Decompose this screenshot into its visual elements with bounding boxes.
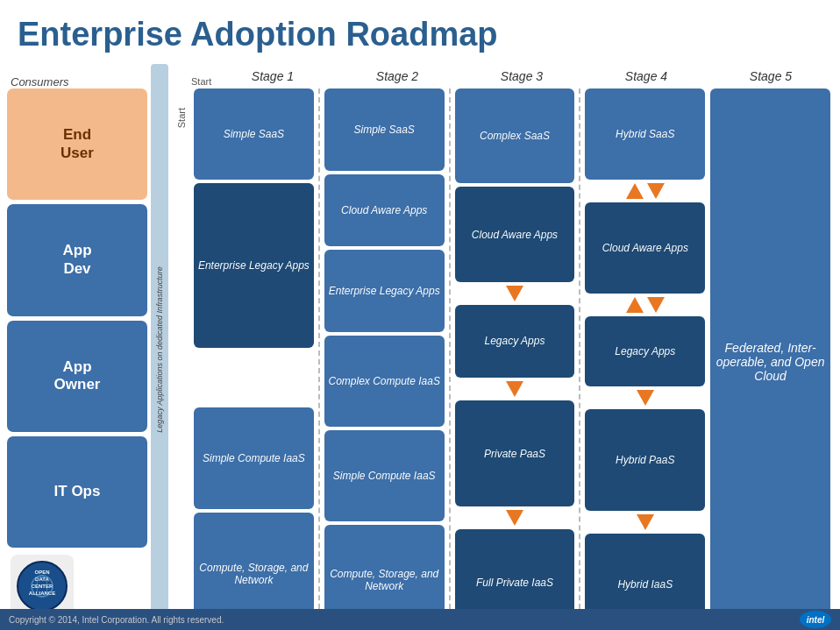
stage3-cell-legacy: Legacy Apps	[455, 305, 575, 378]
svg-marker-8	[506, 381, 523, 397]
stage1-cell-saas: Simple SaaS	[194, 88, 314, 180]
consumers-label: Consumers	[7, 64, 147, 88]
arrow-down-3	[455, 510, 575, 526]
svg-marker-13	[647, 297, 665, 313]
stage1-header: Stage 1	[210, 64, 335, 88]
stage3-cell-private-paas: Private PaaS	[455, 400, 575, 506]
odca-logo: OPEN DATA CENTER ALLIANCE	[11, 555, 74, 618]
stage2-col: Simple SaaS Cloud Aware Apps Enterprise …	[322, 88, 447, 630]
stage4-col: Hybrid SaaS Cloud Aware Apps Legacy Apps	[582, 88, 708, 630]
consumer-app-dev: AppDev	[7, 204, 147, 315]
main-layout: Consumers EndUser AppDev AppOwner IT Ops…	[0, 60, 840, 630]
stage3-cell-cloud: Cloud Aware Apps	[455, 187, 575, 281]
stage2-cell-saas: Simple SaaS	[324, 88, 445, 171]
svg-marker-7	[506, 286, 523, 301]
legacy-bar: Legacy Applications on dedicated Infrast…	[151, 64, 168, 630]
stage4-arrow-down	[585, 390, 705, 406]
arrow-down-2	[455, 381, 575, 397]
stage4-arrow-down2	[585, 514, 705, 530]
svg-marker-9	[506, 510, 523, 526]
svg-marker-10	[626, 183, 644, 199]
stage4-arrows-1	[585, 183, 705, 199]
stage2-cell-legacy: Enterprise Legacy Apps	[324, 250, 445, 332]
stage1-spacer	[194, 351, 314, 404]
arrow-down-1	[455, 286, 575, 301]
stage3-header: Stage 3	[459, 64, 584, 88]
stage4-cell-legacy: Legacy Apps	[585, 316, 705, 386]
stage2-cell-complex: Complex Compute IaaS	[324, 336, 445, 427]
start-label-top: Start	[191, 64, 210, 88]
page: Enterprise Adoption Roadmap Consumers En…	[0, 0, 840, 630]
stage4-arrows-2	[585, 297, 705, 313]
start-vert: Start	[172, 88, 191, 630]
dashed-sep-2	[449, 88, 451, 630]
stage4-cell-cloud: Cloud Aware Apps	[585, 202, 705, 294]
stage3-col: Complex SaaS Cloud Aware Apps Legacy App…	[452, 88, 578, 630]
dashed-sep-3	[579, 88, 580, 630]
svg-marker-11	[647, 183, 665, 199]
consumer-app-owner: AppOwner	[7, 321, 147, 432]
stage4-cell-saas: Hybrid SaaS	[585, 88, 705, 180]
stage5-header: Stage 5	[708, 64, 833, 88]
stage4-header: Stage 4	[584, 64, 708, 88]
stages-header-row: Start Stage 1 Stage 2 Stage 3 Stage 4 St…	[172, 64, 833, 88]
stage2-cell-simple: Simple Compute IaaS	[324, 430, 445, 521]
svg-marker-15	[637, 514, 654, 530]
legacy-bar-text: Legacy Applications on dedicated Infrast…	[155, 266, 164, 432]
intel-label: intel	[807, 615, 825, 625]
stage1-cell-compute: Simple Compute IaaS	[194, 407, 314, 509]
stage2-header: Stage 2	[335, 64, 459, 88]
stage2-cell-cloud: Cloud Aware Apps	[324, 174, 445, 247]
dashed-sep-1	[318, 88, 320, 630]
page-title: Enterprise Adoption Roadmap	[0, 0, 840, 60]
svg-text:OPEN: OPEN	[34, 570, 49, 575]
stages-wrapper: Start Stage 1 Stage 2 Stage 3 Stage 4 St…	[172, 64, 833, 630]
stage3-cell-saas: Complex SaaS	[455, 88, 575, 183]
consumer-end-user: EndUser	[7, 88, 147, 200]
consumer-it-ops: IT Ops	[7, 436, 147, 548]
svg-marker-12	[626, 297, 644, 313]
svg-text:CENTER: CENTER	[32, 584, 53, 589]
stage5-col: Federated, Inter- operable, and Open Clo…	[708, 88, 833, 630]
stage4-cell-hybrid-paas: Hybrid PaaS	[585, 409, 705, 511]
stages-body: Start Simple SaaS Enterprise Legacy Apps…	[172, 88, 833, 630]
footer-text: Copyright © 2014, Intel Corporation. All…	[9, 615, 224, 625]
stage5-cell: Federated, Inter- operable, and Open Clo…	[710, 88, 830, 630]
consumer-boxes: EndUser AppDev AppOwner IT Ops	[7, 88, 147, 548]
stage1-col: Simple SaaS Enterprise Legacy Apps Simpl…	[191, 88, 317, 630]
start-vert-label: Start	[176, 108, 187, 128]
svg-marker-14	[637, 390, 654, 406]
footer: Copyright © 2014, Intel Corporation. All…	[0, 609, 840, 630]
stage1-cell-legacy: Enterprise Legacy Apps	[194, 183, 314, 348]
intel-logo: intel	[800, 611, 831, 628]
consumers-panel: Consumers EndUser AppDev AppOwner IT Ops…	[7, 64, 147, 630]
